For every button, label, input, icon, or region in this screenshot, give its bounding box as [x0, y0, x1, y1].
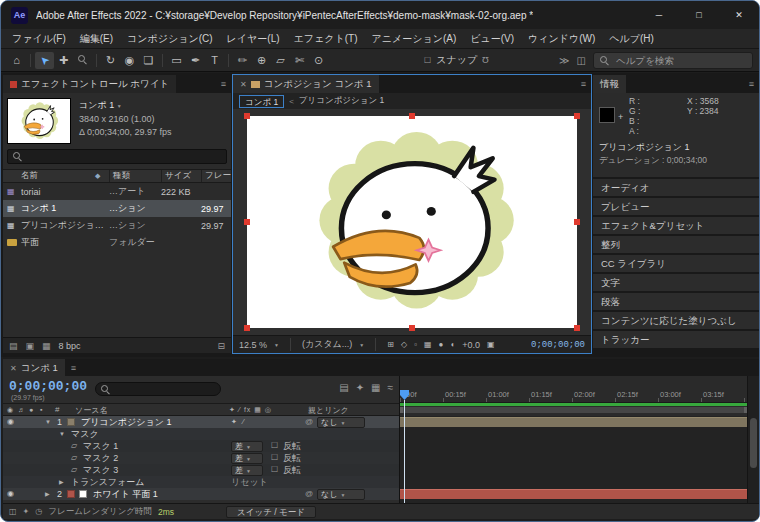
- layer-row-2[interactable]: ◉ ▶ 2 ホワイト 平面 1 @ なし ▼: [3, 488, 399, 500]
- panel-tab-tracker[interactable]: トラッカー: [593, 331, 759, 348]
- menu-view[interactable]: ビュー(V): [463, 32, 521, 46]
- switches-modes-toggle-button[interactable]: スイッチ / モード: [226, 506, 316, 518]
- comp-nav-current[interactable]: コンポ 1: [239, 95, 284, 108]
- twirl-closed-icon[interactable]: ▶: [59, 476, 64, 488]
- layer-row-1[interactable]: ◉ ▼ 1 プリコンポジション 1 ✦ ⁄ @ なし ▼: [3, 416, 399, 428]
- twirl-open-icon[interactable]: ▼: [59, 428, 65, 440]
- clone-stamp-tool-button[interactable]: ⊕: [252, 52, 271, 69]
- selection-handle[interactable]: [574, 219, 580, 225]
- mini-flowchart-icon[interactable]: ▤: [339, 382, 348, 393]
- timeline-current-time[interactable]: 0;00;00;00: [9, 379, 87, 394]
- menu-animation[interactable]: アニメーション(A): [364, 32, 463, 46]
- panel-tab-character[interactable]: 文字: [593, 274, 759, 291]
- zoom-tool-button[interactable]: [73, 52, 92, 69]
- column-source-name[interactable]: ソース名: [75, 405, 107, 416]
- layer-name[interactable]: プリコンポジション 1: [81, 416, 171, 428]
- transparency-grid-icon[interactable]: ▦: [424, 340, 432, 349]
- interpret-footage-button[interactable]: ▤: [9, 341, 18, 351]
- twirl-open-icon[interactable]: ▼: [45, 416, 51, 428]
- toolbar-overflow-button[interactable]: ≫: [559, 55, 569, 66]
- tab-timeline-comp1[interactable]: ✕ コンポ 1: [3, 359, 65, 377]
- column-parent-link[interactable]: 親とリンク: [308, 405, 349, 416]
- toggle-layer-switches-icon[interactable]: ◫: [9, 507, 17, 516]
- toggle-transfer-controls-icon[interactable]: ✦: [23, 507, 30, 516]
- tab-effect-controls[interactable]: エフェクトコントロール ホワイト: [3, 75, 176, 93]
- tab-composition[interactable]: ✕ コンポジション コンポ 1: [233, 75, 379, 93]
- solid-color-swatch[interactable]: [79, 490, 87, 498]
- mask-visibility-icon[interactable]: ◇: [401, 340, 407, 349]
- channels-icon[interactable]: ●: [439, 340, 444, 349]
- workspace-button[interactable]: ◫: [577, 55, 586, 66]
- panel-tab-effects-presets[interactable]: エフェクト&プリセット: [593, 217, 759, 234]
- maximize-button[interactable]: □: [679, 1, 719, 29]
- transform-reset-button[interactable]: リセット: [231, 476, 268, 488]
- eraser-tool-button[interactable]: ▱: [271, 52, 290, 69]
- selection-handle[interactable]: [244, 219, 250, 225]
- layer2-parent-select[interactable]: なし ▼: [317, 489, 365, 500]
- mask-name[interactable]: マスク 1: [83, 440, 118, 452]
- project-row-precomp[interactable]: ▦ プリコンポジション 1 …ション 29.97: [3, 217, 231, 234]
- frame-blend-icon[interactable]: ▦: [371, 382, 380, 393]
- viewer-timecode[interactable]: 0;00;00;00: [531, 340, 585, 350]
- layer1-duration-bar[interactable]: [400, 417, 747, 427]
- pen-tool-button[interactable]: ✒: [186, 52, 205, 69]
- project-row-toriai[interactable]: ▦ toriai …アート 222 KB: [3, 183, 231, 200]
- work-area-bar[interactable]: [400, 407, 747, 413]
- project-search-input[interactable]: [7, 149, 227, 164]
- brush-tool-button[interactable]: ✏: [233, 52, 252, 69]
- mask2-mode-select[interactable]: 差 ▼: [231, 453, 263, 464]
- panel-menu-icon[interactable]: ≡: [65, 363, 82, 373]
- invert-checkbox[interactable]: ☐: [271, 452, 278, 464]
- camera-tool-button[interactable]: ◉: [120, 52, 139, 69]
- tab-close-icon[interactable]: ✕: [10, 364, 17, 373]
- menu-composition[interactable]: コンポジション(C): [120, 32, 220, 46]
- grid-options-icon[interactable]: ⊞: [387, 340, 394, 349]
- selection-handle[interactable]: [244, 325, 250, 331]
- panel-tab-paragraph[interactable]: 段落: [593, 293, 759, 310]
- menu-help[interactable]: ヘルプ(H): [602, 32, 661, 46]
- comp-nav-precomp[interactable]: プリコンポジション 1: [299, 95, 384, 107]
- hand-tool-button[interactable]: ✚: [54, 52, 73, 69]
- selection-handle[interactable]: [409, 325, 415, 331]
- label-column-icon[interactable]: ◆: [95, 172, 109, 180]
- timeline-search-input[interactable]: [95, 382, 221, 396]
- selection-handle[interactable]: [244, 113, 250, 119]
- column-type[interactable]: 種類: [109, 170, 161, 182]
- tab-info[interactable]: 情報: [593, 75, 626, 93]
- panel-menu-icon[interactable]: ≡: [216, 79, 231, 89]
- home-tool-button[interactable]: ⌂: [7, 52, 26, 69]
- column-size[interactable]: サイズ: [161, 170, 201, 182]
- menu-effect[interactable]: エフェクト(T): [287, 32, 365, 46]
- tab-close-icon[interactable]: ✕: [240, 80, 247, 89]
- twirl-closed-icon[interactable]: ▶: [45, 488, 50, 500]
- time-ruler[interactable]: :00f 00:15f 01:00f 01:15f 02:00f 02:15f …: [400, 376, 747, 403]
- layer-switches-icons[interactable]: ✦ ⁄: [231, 416, 246, 428]
- selection-handle[interactable]: [574, 113, 580, 119]
- column-fps[interactable]: フレー: [201, 170, 231, 182]
- layer-color-swatch[interactable]: [67, 418, 75, 426]
- invert-checkbox[interactable]: ☐: [271, 464, 278, 476]
- scrollbar-thumb[interactable]: [750, 418, 757, 468]
- layer1-parent-select[interactable]: なし ▼: [317, 417, 365, 428]
- roto-brush-tool-button[interactable]: ✄: [290, 52, 309, 69]
- project-row-solids-folder[interactable]: 平面 フォルダー: [3, 234, 231, 251]
- puppet-tool-button[interactable]: ⊙: [309, 52, 328, 69]
- pick-whip-icon[interactable]: @: [305, 488, 313, 500]
- zoom-level-select[interactable]: 12.5 %: [239, 340, 267, 350]
- selection-handle[interactable]: [574, 325, 580, 331]
- mask3-mode-select[interactable]: 差 ▼: [231, 465, 263, 476]
- graph-editor-icon[interactable]: ≈: [388, 382, 394, 393]
- panel-tab-audio[interactable]: オーディオ: [593, 179, 759, 196]
- type-tool-button[interactable]: T: [205, 52, 224, 69]
- help-search-input[interactable]: [614, 54, 726, 67]
- eye-icon[interactable]: ◉: [7, 488, 14, 500]
- panel-tab-cc-libraries[interactable]: CC ライブラリ: [593, 255, 759, 272]
- panel-menu-icon[interactable]: ≡: [744, 79, 759, 89]
- mask-name[interactable]: マスク 2: [83, 452, 118, 464]
- exposure-icon[interactable]: ◐: [450, 340, 455, 349]
- menu-edit[interactable]: 編集(E): [73, 32, 120, 46]
- region-of-interest-icon[interactable]: ▫: [414, 340, 417, 349]
- new-folder-button[interactable]: ▣: [26, 341, 35, 351]
- exposure-value[interactable]: +0.0: [462, 340, 480, 350]
- mask-row-3[interactable]: ▱ マスク 3 差 ▼ ☐ 反転: [3, 464, 399, 476]
